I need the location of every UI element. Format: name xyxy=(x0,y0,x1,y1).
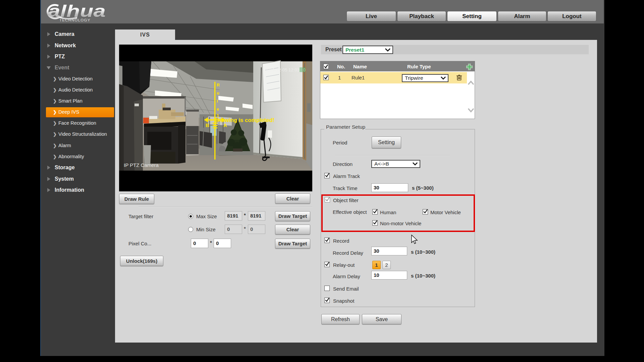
svg-text:TECHNOLOGY: TECHNOLOGY xyxy=(59,18,91,22)
svg-text:e: e xyxy=(217,107,219,112)
svg-text:2019-12-05 12:03:10: 2019-12-05 12:03:10 xyxy=(265,67,306,72)
svg-text:B: B xyxy=(206,122,209,128)
svg-text:IP PTZ Camera: IP PTZ Camera xyxy=(124,162,159,168)
svg-text:Drawing is completed!: Drawing is completed! xyxy=(215,117,274,123)
svg-text:l: l xyxy=(217,99,218,104)
svg-text:u: u xyxy=(217,91,219,96)
svg-text:A: A xyxy=(223,122,227,128)
svg-text:R: R xyxy=(217,83,220,87)
